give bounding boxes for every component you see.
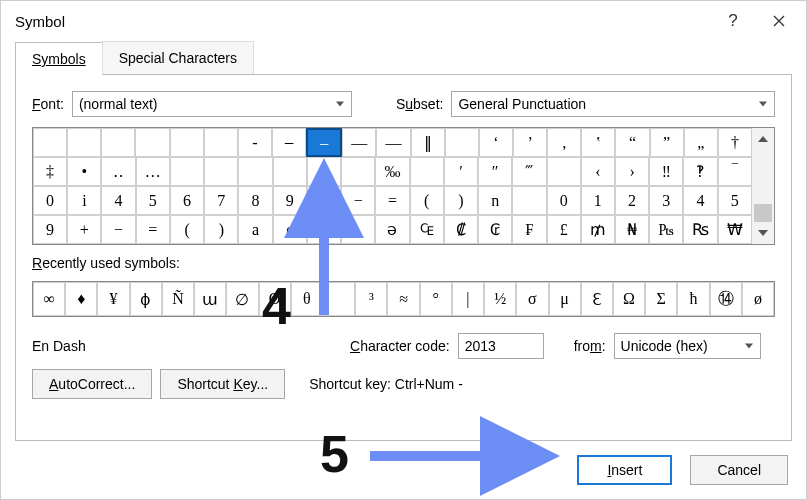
recent-cell[interactable]: μ [549,282,581,316]
scroll-down-button[interactable] [752,222,774,244]
symbol-cell[interactable]: › [615,157,649,186]
symbol-cell[interactable] [547,157,581,186]
charcode-input[interactable] [458,333,544,359]
symbol-cell[interactable]: 8 [238,186,272,215]
scroll-up-button[interactable] [752,128,774,150]
symbol-cell[interactable]: 0 [33,186,67,215]
symbol-cell[interactable]: ″ [478,157,512,186]
symbol-cell[interactable]: „ [684,128,718,157]
symbol-cell[interactable]: ₩ [718,215,752,244]
symbol-cell[interactable] [170,128,204,157]
symbol-cell[interactable]: + [307,186,341,215]
symbol-cell[interactable]: ) [204,215,238,244]
symbol-cell[interactable]: “ [615,128,649,157]
symbol-cell[interactable]: ‾ [718,157,752,186]
symbol-cell[interactable]: ‰ [375,157,409,186]
recent-cell[interactable]: ∞ [33,282,65,316]
recent-cell[interactable]: ½ [484,282,516,316]
symbol-cell[interactable]: 2 [615,186,649,215]
symbol-cell[interactable]: … [136,157,170,186]
symbol-cell[interactable]: 6 [170,186,204,215]
symbol-cell[interactable]: ‴ [512,157,546,186]
insert-button[interactable]: Insert [577,455,672,485]
symbol-cell[interactable]: ― [376,128,410,157]
from-combo[interactable]: Unicode (hex) [614,333,761,359]
symbol-grid[interactable]: ‐‒–—―‖ ‘’‚‛“”„†‡•‥… ‰ ′″‴ ‹›‼‽‾0i456789+… [33,128,752,244]
symbol-cell[interactable]: 7 [204,186,238,215]
symbol-cell[interactable]: + [67,215,101,244]
cancel-button[interactable]: Cancel [690,455,788,485]
autocorrect-button[interactable]: AutoCorrect... [32,369,152,399]
symbol-cell[interactable]: e [273,215,307,244]
symbol-cell[interactable]: ‹ [581,157,615,186]
recent-cell[interactable]: ɯ [194,282,226,316]
symbol-cell[interactable]: ‼ [649,157,683,186]
symbol-cell[interactable]: £ [547,215,581,244]
symbol-cell[interactable]: ₥ [581,215,615,244]
recent-cell[interactable]: θ [291,282,323,316]
symbol-cell[interactable]: n [478,186,512,215]
symbol-cell[interactable]: ₣ [512,215,546,244]
grid-scrollbar[interactable] [752,128,774,244]
symbol-cell[interactable]: 3 [649,186,683,215]
symbol-cell[interactable]: 4 [683,186,717,215]
symbol-cell[interactable]: ₡ [444,215,478,244]
symbol-cell[interactable] [101,128,135,157]
recent-cell[interactable]: ø [742,282,774,316]
symbol-cell[interactable] [410,157,444,186]
help-button[interactable]: ? [710,5,756,37]
symbol-cell[interactable]: 9 [33,215,67,244]
recent-cell[interactable]: ћ [677,282,709,316]
symbol-cell[interactable]: ₨ [683,215,717,244]
symbol-cell[interactable]: ” [650,128,684,157]
symbol-cell[interactable]: 5 [718,186,752,215]
symbol-cell[interactable]: 0 [547,186,581,215]
symbol-cell[interactable]: 4 [101,186,135,215]
symbol-cell[interactable]: ₦ [615,215,649,244]
symbol-cell[interactable] [341,215,375,244]
symbol-cell[interactable] [204,128,238,157]
symbol-cell[interactable]: ‛ [581,128,615,157]
recent-cell[interactable]: | [452,282,484,316]
symbol-cell[interactable]: ‚ [547,128,581,157]
recent-cell[interactable] [323,282,355,316]
symbol-cell[interactable]: † [718,128,752,157]
symbol-cell[interactable]: − [341,186,375,215]
symbol-cell[interactable]: ) [444,186,478,215]
symbol-cell[interactable] [67,128,101,157]
symbol-cell[interactable] [273,157,307,186]
symbol-cell[interactable] [512,186,546,215]
recent-cell[interactable]: ¥ [97,282,129,316]
symbol-cell[interactable] [238,157,272,186]
symbol-cell[interactable] [33,128,67,157]
symbol-cell[interactable]: – [306,128,342,157]
symbol-cell[interactable]: ′ [444,157,478,186]
symbol-cell[interactable]: ’ [513,128,547,157]
symbol-cell[interactable]: • [67,157,101,186]
tab-special-characters[interactable]: Special Characters [102,41,254,74]
recent-cell[interactable]: ♦ [65,282,97,316]
symbol-cell[interactable]: = [375,186,409,215]
close-button[interactable] [756,5,802,37]
recent-cell[interactable]: ɸ [130,282,162,316]
recent-cell[interactable]: ≈ [387,282,419,316]
symbol-cell[interactable] [307,157,341,186]
scroll-track[interactable] [752,150,774,222]
recent-cell[interactable]: Ñ [162,282,194,316]
symbol-cell[interactable]: = [136,215,170,244]
symbol-cell[interactable]: o [307,215,341,244]
symbol-cell[interactable]: ₧ [649,215,683,244]
recent-grid[interactable]: ∞♦¥ɸÑɯ∅Θθ ³≈°|½σμƐΩΣћ⑭ø [32,281,775,317]
symbol-cell[interactable]: ‒ [272,128,306,157]
symbol-cell[interactable]: ( [170,215,204,244]
symbol-cell[interactable] [445,128,479,157]
recent-cell[interactable]: σ [516,282,548,316]
symbol-cell[interactable] [135,128,169,157]
subset-combo[interactable]: General Punctuation [451,91,775,117]
symbol-cell[interactable]: ‐ [238,128,272,157]
symbol-cell[interactable] [170,157,204,186]
symbol-cell[interactable]: a [238,215,272,244]
symbol-cell[interactable]: i [67,186,101,215]
recent-cell[interactable]: ∅ [226,282,258,316]
symbol-cell[interactable]: ‡ [33,157,67,186]
